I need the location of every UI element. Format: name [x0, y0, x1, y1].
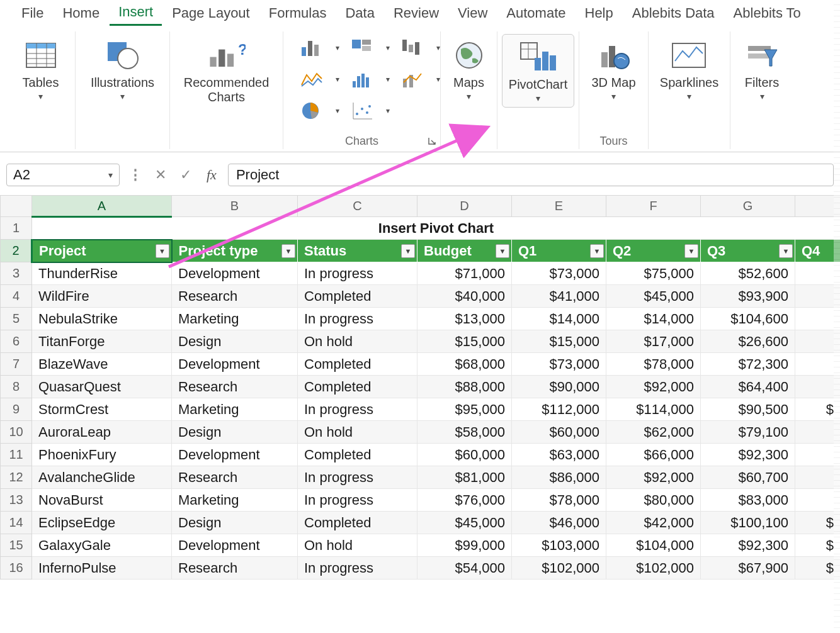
charts-dialog-launcher[interactable]: [426, 135, 438, 147]
table-row[interactable]: 10AuroraLeapDesignOn hold$58,000$60,000$…: [1, 421, 841, 444]
tab-ablebits-data[interactable]: Ablebits Data: [623, 1, 724, 25]
spreadsheet-grid[interactable]: A B C D E F G 1 Insert Pivot Chart 2 Pro…: [0, 195, 840, 580]
filter-dropdown-icon[interactable]: ▼: [684, 244, 698, 258]
cell-project-type[interactable]: Marketing: [172, 308, 298, 330]
cell-project-type[interactable]: Marketing: [172, 398, 298, 421]
cell-q1[interactable]: $15,000: [512, 330, 606, 353]
row-header[interactable]: 9: [1, 398, 32, 421]
tab-page-layout[interactable]: Page Layout: [163, 1, 259, 25]
cell-q3[interactable]: $52,600: [701, 262, 795, 285]
cell-project-type[interactable]: Research: [172, 557, 298, 580]
pivotchart-button[interactable]: PivotChart ▾: [502, 34, 574, 108]
cell-q3[interactable]: $72,300: [701, 353, 795, 376]
table-row[interactable]: 9StormCrestMarketingIn progress$95,000$1…: [1, 398, 841, 421]
table-row[interactable]: 5NebulaStrikeMarketingIn progress$13,000…: [1, 308, 841, 330]
cell-q2[interactable]: $17,000: [606, 330, 701, 353]
tab-help[interactable]: Help: [576, 1, 622, 25]
cell-project-type[interactable]: Research: [172, 376, 298, 398]
cell-q1[interactable]: $78,000: [512, 489, 606, 512]
statistic-chart-button[interactable]: ▾: [343, 65, 381, 93]
row-header[interactable]: 6: [1, 330, 32, 353]
table-row[interactable]: 8QuasarQuestResearchCompleted$88,000$90,…: [1, 376, 841, 398]
maps-button[interactable]: Maps ▾: [446, 34, 492, 104]
cell-project[interactable]: StormCrest: [32, 398, 172, 421]
cell-project-type[interactable]: Development: [172, 262, 298, 285]
cell-project[interactable]: NovaBurst: [32, 489, 172, 512]
tab-review[interactable]: Review: [385, 1, 448, 25]
cell-q3[interactable]: $60,700: [701, 466, 795, 489]
cell-budget[interactable]: $95,000: [417, 398, 512, 421]
table-header-budget[interactable]: Budget▼: [417, 240, 512, 262]
cell-q3[interactable]: $67,900: [701, 557, 795, 580]
cell-q2[interactable]: $80,000: [606, 489, 701, 512]
cell-status[interactable]: In progress: [298, 489, 417, 512]
cell-budget[interactable]: $45,000: [417, 512, 512, 534]
row-header[interactable]: 10: [1, 421, 32, 444]
cell-q3[interactable]: $26,600: [701, 330, 795, 353]
cell-q2[interactable]: $92,000: [606, 466, 701, 489]
cell-status[interactable]: In progress: [298, 398, 417, 421]
table-row[interactable]: 16InfernoPulseResearchIn progress$54,000…: [1, 557, 841, 580]
tables-button[interactable]: Tables ▾: [18, 34, 64, 104]
tab-ablebits-tools[interactable]: Ablebits To: [725, 1, 810, 25]
row-header[interactable]: 5: [1, 308, 32, 330]
fx-icon[interactable]: fx: [201, 167, 222, 183]
column-header-E[interactable]: E: [512, 196, 606, 217]
cell-q2[interactable]: $92,000: [606, 376, 701, 398]
tab-data[interactable]: Data: [336, 1, 383, 25]
filters-button[interactable]: Filters ▾: [739, 34, 785, 104]
cell-project[interactable]: TitanForge: [32, 330, 172, 353]
cell-q1[interactable]: $90,000: [512, 376, 606, 398]
row-header[interactable]: 14: [1, 512, 32, 534]
formula-input[interactable]: Project: [228, 164, 834, 186]
cell-project[interactable]: AvalancheGlide: [32, 466, 172, 489]
column-header-D[interactable]: D: [417, 196, 512, 217]
table-row[interactable]: 15GalaxyGaleDevelopmentOn hold$99,000$10…: [1, 534, 841, 557]
row-header[interactable]: 7: [1, 353, 32, 376]
table-header-status[interactable]: Status▼: [298, 240, 417, 262]
table-row[interactable]: 11PhoenixFuryDevelopmentCompleted$60,000…: [1, 444, 841, 466]
cell-q2[interactable]: $114,000: [606, 398, 701, 421]
filter-dropdown-icon[interactable]: ▼: [401, 244, 415, 258]
cell-budget[interactable]: $58,000: [417, 421, 512, 444]
cell-status[interactable]: Completed: [298, 512, 417, 534]
sparklines-button[interactable]: Sparklines ▾: [656, 34, 722, 104]
table-row[interactable]: 13NovaBurstMarketingIn progress$76,000$7…: [1, 489, 841, 512]
column-header-G[interactable]: G: [701, 196, 795, 217]
waterfall-chart-button[interactable]: ▾: [394, 34, 431, 62]
cell-budget[interactable]: $76,000: [417, 489, 512, 512]
cell-budget[interactable]: $71,000: [417, 262, 512, 285]
cell-project[interactable]: ThunderRise: [32, 262, 172, 285]
cell-status[interactable]: On hold: [298, 421, 417, 444]
line-chart-button[interactable]: ▾: [293, 65, 331, 93]
table-row[interactable]: 7BlazeWaveDevelopmentCompleted$68,000$73…: [1, 353, 841, 376]
filter-dropdown-icon[interactable]: ▼: [590, 244, 604, 258]
cell-budget[interactable]: $13,000: [417, 308, 512, 330]
cell-status[interactable]: Completed: [298, 376, 417, 398]
cell-project-type[interactable]: Design: [172, 421, 298, 444]
row-header[interactable]: 3: [1, 262, 32, 285]
table-header-project[interactable]: Project▼: [32, 240, 172, 262]
cell-q3[interactable]: $79,100: [701, 421, 795, 444]
recommended-charts-button[interactable]: ? Recommended Charts: [176, 34, 276, 107]
select-all-button[interactable]: [1, 196, 32, 217]
cell-project-type[interactable]: Design: [172, 512, 298, 534]
cell-q2[interactable]: $104,000: [606, 534, 701, 557]
row-header[interactable]: 15: [1, 534, 32, 557]
row-header[interactable]: 8: [1, 376, 32, 398]
cell-budget[interactable]: $99,000: [417, 534, 512, 557]
tab-file[interactable]: File: [13, 1, 52, 25]
cell-q2[interactable]: $62,000: [606, 421, 701, 444]
cell-status[interactable]: In progress: [298, 308, 417, 330]
cell-q2[interactable]: $66,000: [606, 444, 701, 466]
tab-view[interactable]: View: [449, 1, 496, 25]
table-header-q1[interactable]: Q1▼: [512, 240, 606, 262]
cell-status[interactable]: On hold: [298, 534, 417, 557]
table-header-q2[interactable]: Q2▼: [606, 240, 701, 262]
row-header[interactable]: 16: [1, 557, 32, 580]
cell-project-type[interactable]: Development: [172, 534, 298, 557]
table-header-q3[interactable]: Q3▼: [701, 240, 795, 262]
cell-status[interactable]: Completed: [298, 353, 417, 376]
cell-project[interactable]: GalaxyGale: [32, 534, 172, 557]
cell-q3[interactable]: $104,600: [701, 308, 795, 330]
